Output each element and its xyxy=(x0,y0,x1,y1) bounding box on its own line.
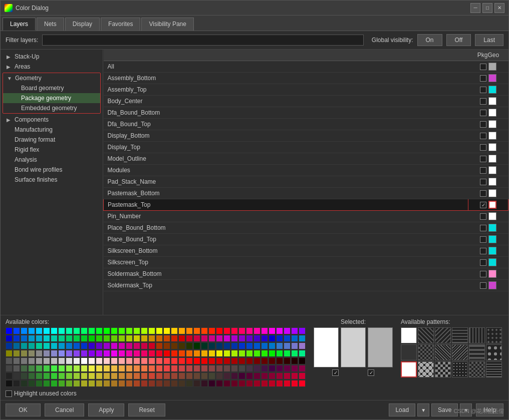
palette-cell[interactable] xyxy=(216,327,223,334)
palette-cell[interactable] xyxy=(96,335,103,342)
layer-checkbox[interactable] xyxy=(480,75,486,82)
palette-cell[interactable] xyxy=(88,357,95,364)
palette-cell[interactable] xyxy=(186,342,193,349)
palette-cell[interactable] xyxy=(13,380,20,387)
table-row[interactable]: Soldermask_Bottom xyxy=(104,268,508,280)
layer-pkggeo[interactable] xyxy=(468,257,508,268)
palette-cell[interactable] xyxy=(73,365,80,372)
palette-cell[interactable] xyxy=(231,365,238,372)
palette-cell[interactable] xyxy=(193,380,200,387)
layer-pkggeo[interactable] xyxy=(468,119,508,130)
palette-cell[interactable] xyxy=(111,350,118,357)
layer-pkggeo[interactable] xyxy=(468,234,508,245)
palette-cell[interactable] xyxy=(73,357,80,364)
palette-cell[interactable] xyxy=(238,342,245,349)
palette-cell[interactable] xyxy=(299,342,306,349)
palette-cell[interactable] xyxy=(208,365,215,372)
palette-cell[interactable] xyxy=(253,327,261,334)
palette-cell[interactable] xyxy=(58,365,65,372)
table-row[interactable]: All xyxy=(104,61,508,73)
save-button[interactable]: Save xyxy=(431,403,458,416)
pattern-cell[interactable] xyxy=(435,327,451,343)
palette-cell[interactable] xyxy=(21,350,28,357)
palette-cell[interactable] xyxy=(223,350,230,357)
layer-checkbox[interactable] xyxy=(480,248,486,254)
palette-cell[interactable] xyxy=(148,327,155,334)
palette-cell[interactable] xyxy=(171,327,178,334)
layer-checkbox[interactable] xyxy=(480,213,486,220)
palette-cell[interactable] xyxy=(193,342,200,349)
layer-color-swatch[interactable] xyxy=(488,166,496,174)
layer-checkbox[interactable] xyxy=(480,110,486,116)
palette-cell[interactable] xyxy=(141,365,148,372)
palette-cell[interactable] xyxy=(201,380,208,387)
palette-cell[interactable] xyxy=(246,350,253,357)
pattern-cell[interactable] xyxy=(469,344,485,360)
palette-cell[interactable] xyxy=(43,372,50,379)
palette-cell[interactable] xyxy=(216,372,223,379)
palette-cell[interactable] xyxy=(171,350,178,357)
palette-cell[interactable] xyxy=(103,372,110,379)
palette-cell[interactable] xyxy=(28,342,35,349)
palette-cell[interactable] xyxy=(6,380,13,387)
layer-checkbox[interactable] xyxy=(480,225,486,231)
palette-cell[interactable] xyxy=(6,350,13,357)
help-button[interactable]: Help xyxy=(476,403,503,416)
minimize-button[interactable]: ─ xyxy=(470,3,480,13)
palette-cell[interactable] xyxy=(201,372,208,379)
palette-cell[interactable] xyxy=(111,327,118,334)
palette-cell[interactable] xyxy=(193,372,200,379)
palette-cell[interactable] xyxy=(43,342,50,349)
palette-cell[interactable] xyxy=(133,350,140,357)
palette-cell[interactable] xyxy=(81,380,88,387)
layer-pkggeo[interactable] xyxy=(468,188,508,199)
pattern-cell[interactable] xyxy=(418,361,434,377)
palette-cell[interactable] xyxy=(178,342,185,349)
pattern-cell[interactable] xyxy=(486,361,502,377)
palette-cell[interactable] xyxy=(13,350,20,357)
palette-cell[interactable] xyxy=(103,380,110,387)
palette-cell[interactable] xyxy=(223,357,230,364)
palette-cell[interactable] xyxy=(231,372,238,379)
layer-checkbox[interactable] xyxy=(480,190,486,197)
palette-cell[interactable] xyxy=(201,342,208,349)
palette-cell[interactable] xyxy=(6,357,13,364)
tab-display[interactable]: Display xyxy=(65,18,100,31)
palette-cell[interactable] xyxy=(103,365,110,372)
layer-checkbox[interactable] xyxy=(480,133,486,139)
palette-cell[interactable] xyxy=(171,342,178,349)
palette-cell[interactable] xyxy=(111,380,118,387)
palette-cell[interactable] xyxy=(216,380,223,387)
layer-checkbox[interactable] xyxy=(480,98,486,105)
palette-cell[interactable] xyxy=(73,372,80,379)
palette-cell[interactable] xyxy=(261,357,268,364)
palette-cell[interactable] xyxy=(193,350,200,357)
palette-cell[interactable] xyxy=(208,372,215,379)
palette-cell[interactable] xyxy=(238,350,245,357)
palette-cell[interactable] xyxy=(284,327,291,334)
table-row[interactable]: Silkscreen_Top xyxy=(104,257,508,268)
palette-cell[interactable] xyxy=(223,342,230,349)
palette-cell[interactable] xyxy=(253,380,261,387)
table-row[interactable]: Silkscreen_Bottom xyxy=(104,245,508,257)
sidebar-item-geometry[interactable]: ▼ Geometry xyxy=(3,73,100,83)
layer-checkbox[interactable] xyxy=(480,87,486,93)
palette-cell[interactable] xyxy=(246,342,253,349)
palette-cell[interactable] xyxy=(58,350,65,357)
palette-cell[interactable] xyxy=(28,357,35,364)
layer-color-swatch[interactable] xyxy=(488,109,496,117)
palette-cell[interactable] xyxy=(126,357,133,364)
palette-cell[interactable] xyxy=(291,342,298,349)
layer-pkggeo[interactable] xyxy=(468,84,508,96)
palette-cell[interactable] xyxy=(141,342,148,349)
palette-cell[interactable] xyxy=(156,365,163,372)
table-row[interactable]: Pastemask_Top xyxy=(104,199,508,211)
palette-cell[interactable] xyxy=(126,342,133,349)
palette-cell[interactable] xyxy=(156,350,163,357)
table-row[interactable]: Assembly_Bottom xyxy=(104,73,508,84)
palette-cell[interactable] xyxy=(238,335,245,342)
palette-cell[interactable] xyxy=(36,357,43,364)
palette-cell[interactable] xyxy=(178,380,185,387)
pattern-cell[interactable] xyxy=(486,344,502,360)
layer-pkggeo[interactable] xyxy=(468,61,508,73)
